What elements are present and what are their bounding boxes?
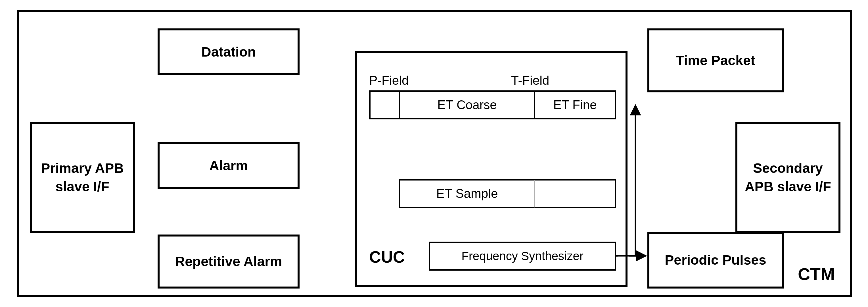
- time-packet-label: Time Packet: [676, 52, 755, 69]
- et-coarse-label: ET Coarse: [437, 98, 497, 112]
- secondary-apb-slave-label: Secondary APB slave I/F: [737, 159, 838, 196]
- datation-label: Datation: [201, 44, 256, 60]
- alarm-label: Alarm: [209, 158, 248, 173]
- repetitive-alarm-label: Repetitive Alarm: [175, 253, 282, 270]
- pfield-cell: [369, 90, 400, 119]
- et-fine-label: ET Fine: [553, 98, 596, 112]
- et-fine-cell: ET Fine: [534, 90, 616, 119]
- pfield-label: P-Field: [369, 73, 409, 88]
- alarm-block: Alarm: [158, 142, 300, 189]
- secondary-apb-slave: Secondary APB slave I/F: [735, 122, 840, 233]
- cuc-label: CUC: [369, 247, 405, 267]
- time-packet-block: Time Packet: [647, 28, 784, 92]
- tfield-label: T-Field: [511, 73, 549, 88]
- et-coarse-cell: ET Coarse: [399, 90, 535, 119]
- periodic-pulses-label: Periodic Pulses: [665, 252, 766, 269]
- datation-block: Datation: [158, 28, 300, 75]
- et-sample-cell: ET Sample: [399, 179, 535, 208]
- et-sample-label: ET Sample: [436, 187, 498, 201]
- primary-apb-slave-label: Primary APB slave I/F: [32, 159, 133, 196]
- diagram-canvas: CTM Primary APB slave I/F Secondary APB …: [0, 0, 868, 307]
- freq-synth-label: Frequency Synthesizer: [461, 249, 584, 263]
- freq-synth-block: Frequency Synthesizer: [429, 242, 616, 271]
- ctm-label: CTM: [798, 264, 835, 284]
- primary-apb-slave: Primary APB slave I/F: [30, 122, 135, 233]
- periodic-pulses-block: Periodic Pulses: [647, 232, 784, 288]
- repetitive-alarm-block: Repetitive Alarm: [158, 234, 300, 288]
